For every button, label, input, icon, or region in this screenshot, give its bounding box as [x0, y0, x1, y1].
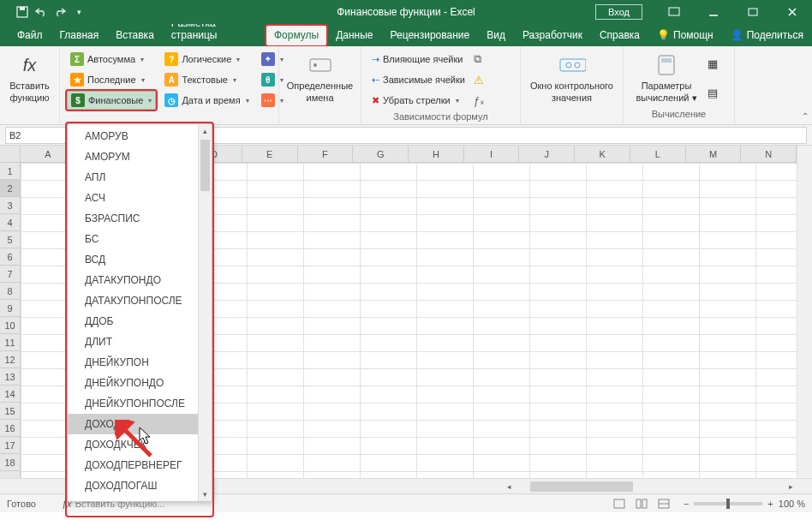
tab-help[interactable]: Справка: [591, 25, 648, 46]
col-header[interactable]: F: [298, 146, 354, 162]
dropdown-item[interactable]: ДОХОДПЕРВНЕРЕГ: [68, 455, 212, 475]
dropdown-item[interactable]: ДНЕЙКУПОНПОСЛЕ: [68, 393, 212, 414]
redo-icon[interactable]: [53, 5, 67, 19]
zoom-out-icon[interactable]: −: [684, 499, 689, 509]
row-header[interactable]: 16: [0, 420, 20, 437]
scrollbar-thumb[interactable]: [200, 140, 210, 191]
dropdown-item[interactable]: БС: [68, 229, 212, 249]
calc-now-icon[interactable]: ▦: [708, 57, 718, 70]
login-button[interactable]: Вход: [595, 4, 642, 20]
tab-formulas[interactable]: Формулы: [266, 25, 327, 46]
row-header[interactable]: 8: [0, 283, 20, 300]
show-formulas-icon[interactable]: ⧉: [474, 52, 485, 66]
scroll-left-icon[interactable]: ◂: [504, 482, 515, 491]
defined-names-button[interactable]: Определенные имена: [286, 50, 354, 107]
row-header[interactable]: 11: [0, 334, 20, 351]
dropdown-item[interactable]: АМОРУМ: [68, 146, 212, 167]
vertical-scrollbar[interactable]: [797, 146, 812, 478]
dropdown-item[interactable]: АПЛ: [68, 167, 212, 188]
calc-options-button[interactable]: Параметры вычислений ▾: [630, 50, 702, 107]
row-header[interactable]: 7: [0, 266, 20, 283]
dropdown-item[interactable]: ДАТАКУПОНПОСЛЕ: [68, 290, 212, 311]
undo-icon[interactable]: [34, 5, 48, 19]
calc-sheet-icon[interactable]: ▤: [708, 87, 718, 99]
dropdown-item[interactable]: АМОРУВ: [68, 126, 212, 146]
dropdown-item[interactable]: ДНЕЙКУПОНДО: [68, 373, 212, 393]
view-page-break-icon[interactable]: [654, 497, 674, 511]
dropdown-item[interactable]: ДОХОДПОГАШ: [68, 475, 212, 496]
dropdown-item[interactable]: ДОХОД: [68, 414, 212, 434]
col-header[interactable]: N: [741, 146, 797, 162]
collapse-ribbon-icon[interactable]: ⌃: [802, 111, 809, 121]
datetime-button[interactable]: ◷Дата и время▾: [161, 91, 252, 110]
tab-home[interactable]: Главная: [51, 25, 108, 46]
h-scrollbar-thumb[interactable]: [530, 481, 633, 492]
tab-file[interactable]: Файл: [9, 25, 51, 46]
name-box[interactable]: B2: [5, 127, 67, 144]
tab-review[interactable]: Рецензирование: [382, 25, 479, 46]
row-header[interactable]: 2: [0, 180, 20, 197]
recent-button[interactable]: ★Последние▾: [67, 70, 156, 89]
row-header[interactable]: 1: [0, 163, 20, 180]
ribbon-display-icon[interactable]: [654, 0, 694, 24]
row-header[interactable]: 14: [0, 386, 20, 403]
dropdown-item[interactable]: ДОХОДКЧЕК: [68, 434, 212, 455]
scroll-right-icon[interactable]: ▸: [785, 482, 797, 491]
minimize-icon[interactable]: [694, 0, 733, 24]
row-header[interactable]: 13: [0, 368, 20, 386]
col-header[interactable]: M: [686, 146, 742, 162]
row-header[interactable]: 6: [0, 248, 20, 266]
scroll-up-icon[interactable]: ▴: [199, 124, 212, 138]
row-header[interactable]: 17: [0, 437, 20, 454]
evaluate-icon[interactable]: ƒₓ: [474, 94, 485, 107]
select-all-corner[interactable]: [0, 146, 21, 163]
tell-me[interactable]: 💡Помощн: [648, 25, 722, 46]
row-header[interactable]: 4: [0, 214, 20, 231]
save-icon[interactable]: [15, 5, 29, 19]
col-header[interactable]: G: [353, 146, 409, 162]
row-header[interactable]: 18: [0, 454, 20, 471]
view-normal-icon[interactable]: [609, 497, 630, 511]
trace-precedents-button[interactable]: ⇢Влияющие ячейки: [368, 50, 469, 69]
dropdown-scrollbar[interactable]: ▴ ▾: [198, 124, 212, 501]
trace-dependents-button[interactable]: ⇠Зависимые ячейки: [368, 70, 469, 89]
qat-customize-icon[interactable]: ▾: [72, 5, 86, 19]
tab-data[interactable]: Данные: [327, 25, 381, 46]
zoom-level[interactable]: 100 %: [779, 499, 805, 509]
tab-insert[interactable]: Вставка: [107, 25, 163, 46]
close-icon[interactable]: [773, 0, 812, 24]
scroll-down-icon[interactable]: ▾: [199, 487, 212, 501]
col-header[interactable]: E: [242, 146, 298, 162]
error-check-icon[interactable]: ⚠: [474, 74, 485, 87]
row-headers[interactable]: 123456789101112131415161718: [0, 163, 21, 478]
zoom-slider[interactable]: [694, 502, 762, 505]
row-header[interactable]: 3: [0, 197, 20, 214]
dropdown-item[interactable]: ДЛИТ: [68, 332, 212, 352]
tab-view[interactable]: Вид: [478, 25, 514, 46]
watch-window-button[interactable]: Окно контрольного значения: [528, 50, 616, 107]
col-header[interactable]: H: [409, 146, 464, 162]
dropdown-item[interactable]: ДНЕЙКУПОН: [68, 352, 212, 373]
dropdown-item[interactable]: АСЧ: [68, 188, 212, 208]
row-header[interactable]: 9: [0, 300, 20, 317]
insert-function-button[interactable]: fx Вставить функцию: [7, 50, 52, 107]
view-page-layout-icon[interactable]: [631, 497, 652, 511]
share-button[interactable]: 👤Поделиться: [722, 25, 812, 46]
col-header[interactable]: K: [575, 146, 630, 162]
row-header[interactable]: 10: [0, 317, 20, 334]
text-button[interactable]: AТекстовые▾: [161, 70, 252, 89]
col-header[interactable]: I: [464, 146, 520, 162]
dropdown-item[interactable]: БЗРАСПИС: [68, 208, 212, 229]
logical-button[interactable]: ?Логические▾: [161, 50, 252, 69]
row-header[interactable]: 5: [0, 231, 20, 248]
autosum-button[interactable]: ΣАвтосумма▾: [67, 50, 156, 69]
horizontal-scrollbar[interactable]: ◂ ▸: [504, 479, 797, 493]
maximize-icon[interactable]: [733, 0, 773, 24]
dropdown-item[interactable]: ДОХОДПОСЛНЕРЕГ: [68, 496, 212, 501]
col-header[interactable]: J: [519, 146, 575, 162]
tab-developer[interactable]: Разработчик: [514, 25, 591, 46]
row-header[interactable]: 15: [0, 403, 20, 420]
remove-arrows-button[interactable]: ✖Убрать стрелки▾: [368, 91, 469, 110]
col-header[interactable]: L: [630, 146, 686, 162]
dropdown-item[interactable]: ДДОБ: [68, 311, 212, 332]
